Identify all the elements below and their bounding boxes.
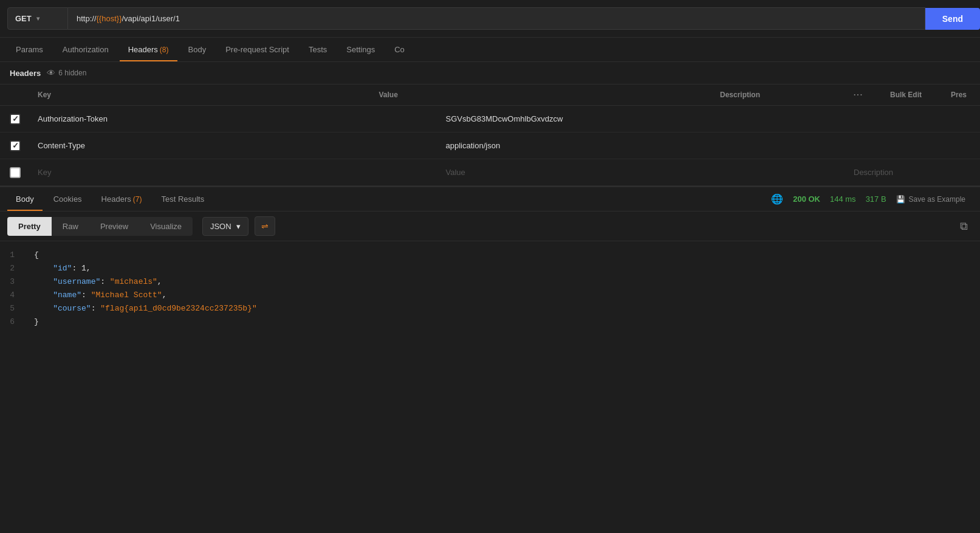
url-bar: GET ▾ http://{{host}}/vapi/api1/user/1 S… xyxy=(0,0,980,38)
col-key: Key xyxy=(30,88,372,101)
json-format-select[interactable]: JSON ▾ xyxy=(202,217,248,236)
format-bar: Pretty Raw Preview Visualize JSON ▾ ⇌ ⧉ xyxy=(0,211,980,241)
json-id-key: "id" xyxy=(53,264,72,273)
response-time: 144 ms xyxy=(830,194,856,204)
headers-table: Key Value Description ··· Bulk Edit Pres… xyxy=(0,84,980,186)
brace-open: { xyxy=(34,250,39,260)
table-row: Authorization-Token SGVsbG83MDcwOmhlbGxv… xyxy=(0,106,980,132)
globe-icon: 🌐 xyxy=(771,193,783,205)
wrap-button[interactable]: ⇌ xyxy=(255,216,275,236)
row2-value[interactable]: application/json xyxy=(439,135,847,156)
tab-tests[interactable]: Tests xyxy=(300,38,335,61)
response-body: 1 { 2 "id": 1, 3 "username": "michaels",… xyxy=(0,241,980,337)
table-row: Content-Type application/json xyxy=(0,132,980,159)
empty-description[interactable]: Description xyxy=(846,162,980,183)
col-value: Value xyxy=(372,88,713,101)
col-checkbox xyxy=(0,88,30,101)
row2-key[interactable]: Content-Type xyxy=(30,135,439,156)
format-tab-visualize[interactable]: Visualize xyxy=(139,217,193,236)
line-number: 6 xyxy=(0,315,24,329)
response-tab-body[interactable]: Body xyxy=(7,187,43,211)
eye-icon: 👁 xyxy=(47,68,55,78)
hidden-count: 6 hidden xyxy=(58,69,86,77)
dots-btn[interactable]: ··· xyxy=(846,88,883,101)
code-line-3: 3 "username": "michaels", xyxy=(0,275,980,289)
json-format-label: JSON xyxy=(210,222,231,231)
line-number: 2 xyxy=(0,262,24,275)
chevron-down-icon: ▾ xyxy=(236,222,241,231)
row2-description[interactable] xyxy=(846,140,980,152)
request-tabs: Params Authorization Headers(8) Body Pre… xyxy=(0,38,980,62)
empty-value[interactable]: Value xyxy=(439,162,847,183)
line-number: 1 xyxy=(0,249,24,262)
response-headers-badge: (7) xyxy=(133,195,142,204)
row1-checkbox[interactable] xyxy=(10,114,21,125)
row1-value[interactable]: SGVsbG83MDcwOmhlbGxvdzcw xyxy=(439,108,847,129)
tab-body[interactable]: Body xyxy=(180,38,215,61)
code-line-5: 5 "course": "flag{api1_d0cd9be2324cc2372… xyxy=(0,302,980,315)
json-name-key: "name" xyxy=(53,291,81,300)
row1-description[interactable] xyxy=(846,113,980,125)
save-icon: 💾 xyxy=(896,195,905,204)
headers-label: Headers xyxy=(10,69,41,78)
url-prefix: http:// xyxy=(77,14,97,23)
format-tab-pretty[interactable]: Pretty xyxy=(7,217,52,236)
table-row-empty: Key Value Description xyxy=(0,159,980,186)
url-path: /vapi/api1/user/1 xyxy=(122,14,179,23)
method-label: GET xyxy=(15,14,32,23)
response-tab-headers[interactable]: Headers(7) xyxy=(93,187,151,211)
row2-checkbox[interactable] xyxy=(10,140,21,151)
hidden-badge: 👁 6 hidden xyxy=(47,68,86,78)
json-id-val: 1 xyxy=(81,264,86,273)
json-username-val: "michaels" xyxy=(110,277,157,286)
copy-icon: ⧉ xyxy=(960,220,968,232)
save-example-btn[interactable]: 💾 Save as Example xyxy=(896,195,965,204)
headers-section: Headers 👁 6 hidden xyxy=(0,62,980,84)
table-header-row: Key Value Description ··· Bulk Edit Pres xyxy=(0,84,980,106)
response-tab-testresults[interactable]: Test Results xyxy=(152,187,213,211)
line-number: 3 xyxy=(0,275,24,289)
tab-settings[interactable]: Settings xyxy=(338,38,383,61)
send-button[interactable]: Send xyxy=(925,8,980,30)
response-tabs: Body Cookies Headers(7) Test Results 🌐 2… xyxy=(0,186,980,211)
empty-key[interactable]: Key xyxy=(30,162,439,183)
format-tab-preview[interactable]: Preview xyxy=(89,217,139,236)
col-pres: Pres xyxy=(944,88,980,101)
empty-checkbox[interactable] xyxy=(10,167,21,178)
json-course-val: "flag{api1_d0cd9be2324cc237235b}" xyxy=(100,304,256,313)
code-line-6: 6 } xyxy=(0,315,980,329)
code-line-4: 4 "name": "Michael Scott", xyxy=(0,289,980,302)
tab-params[interactable]: Params xyxy=(7,38,52,61)
wrap-icon: ⇌ xyxy=(261,221,269,231)
tab-prerequest[interactable]: Pre-request Script xyxy=(217,38,298,61)
col-description: Description xyxy=(713,88,846,101)
response-tab-cookies[interactable]: Cookies xyxy=(45,187,91,211)
json-username-key: "username" xyxy=(53,277,100,286)
row2-checkbox-col[interactable] xyxy=(0,134,30,157)
json-course-key: "course" xyxy=(53,304,91,313)
method-select[interactable]: GET ▾ xyxy=(7,7,68,30)
row1-key[interactable]: Authorization-Token xyxy=(30,108,439,129)
tab-authorization[interactable]: Authorization xyxy=(54,38,117,61)
row1-checkbox-col[interactable] xyxy=(0,108,30,131)
url-host: {{host}} xyxy=(97,14,122,23)
code-line-2: 2 "id": 1, xyxy=(0,262,980,275)
chevron-down-icon: ▾ xyxy=(36,15,39,22)
copy-button[interactable]: ⧉ xyxy=(955,218,973,235)
code-line-1: 1 { xyxy=(0,249,980,262)
tab-co[interactable]: Co xyxy=(386,38,413,61)
line-number: 4 xyxy=(0,289,24,302)
headers-badge: (8) xyxy=(160,46,169,54)
response-status: 🌐 200 OK 144 ms 317 B 💾 Save as Example xyxy=(771,193,973,205)
format-tabs: Pretty Raw Preview Visualize xyxy=(7,217,193,236)
col-bulk-edit[interactable]: Bulk Edit xyxy=(883,88,944,101)
status-code: 200 OK xyxy=(793,194,820,204)
brace-close: } xyxy=(34,317,39,326)
line-number: 5 xyxy=(0,302,24,315)
response-size: 317 B xyxy=(866,194,886,204)
tab-headers[interactable]: Headers(8) xyxy=(120,38,177,61)
url-input[interactable]: http://{{host}}/vapi/api1/user/1 xyxy=(68,7,925,30)
json-name-val: "Michael Scott" xyxy=(91,291,162,300)
format-tab-raw[interactable]: Raw xyxy=(52,217,89,236)
empty-checkbox-col[interactable] xyxy=(0,161,30,184)
